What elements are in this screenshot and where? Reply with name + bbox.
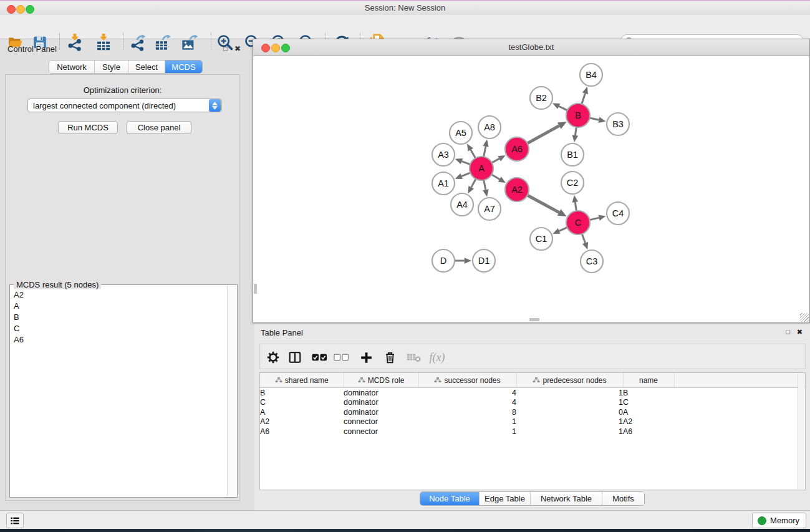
graph-node-label: C3 [586, 256, 598, 266]
tab-network-table[interactable]: Network Table [531, 492, 602, 505]
network-graph[interactable]: AA1A2A3A4A5A6A7A8BB1B2B3B4CC1C2C3C4DD1 [253, 56, 809, 322]
node-table: shared name MCDS role successor nodes pr… [259, 372, 806, 490]
tab-style[interactable]: Style [95, 60, 128, 73]
status-bar: Memory [0, 510, 810, 529]
graph-edge[interactable] [461, 162, 470, 165]
memory-button[interactable]: Memory [752, 513, 806, 528]
main-toolbar: f [0, 15, 810, 39]
network-window-titlebar[interactable]: testGlobe.txt [253, 39, 809, 56]
export-image-icon[interactable] [179, 32, 200, 52]
table-scrollbar[interactable] [798, 374, 804, 489]
edge-arrowhead-icon [598, 215, 605, 220]
graph-edge[interactable] [582, 234, 585, 243]
graph-edge[interactable] [491, 175, 499, 180]
edge-arrowhead-icon [465, 258, 471, 264]
import-table-icon[interactable] [93, 32, 114, 52]
memory-dot-icon [758, 516, 766, 525]
graph-node-label: B1 [567, 150, 578, 160]
graph-edge[interactable] [575, 202, 576, 211]
graph-edge[interactable] [590, 118, 599, 120]
table-panel: Table Panel □ ✖ [254, 324, 810, 510]
graph-edge[interactable] [461, 173, 470, 177]
float-panel-icon[interactable]: □ [223, 45, 228, 53]
table-row[interactable]: Adominator80A [260, 407, 805, 417]
toolbar-separator [123, 33, 123, 50]
graph-edge[interactable] [492, 158, 499, 162]
graph-edge[interactable] [471, 179, 476, 188]
column-header-successor-nodes[interactable]: successor nodes [418, 373, 516, 388]
graph-node-label: B4 [586, 70, 597, 80]
canvas-vscroll-thumb[interactable] [254, 284, 257, 294]
column-header-shared-name[interactable]: shared name [260, 373, 344, 388]
gear-icon[interactable] [264, 349, 282, 365]
mcds-panel: Optimization criterion: largest connecte… [5, 74, 240, 501]
column-header-name[interactable]: name [623, 373, 674, 388]
delete-row-icon[interactable] [381, 349, 398, 365]
toolbar-separator [59, 33, 60, 50]
deselect-all-icon[interactable] [332, 349, 350, 365]
graph-node-label: A2 [511, 185, 523, 195]
export-table-icon[interactable] [152, 32, 173, 52]
graph-edge[interactable] [559, 106, 567, 110]
result-scrollbar[interactable] [227, 286, 236, 496]
tab-network[interactable]: Network [49, 60, 95, 73]
graph-edge[interactable] [589, 218, 599, 220]
memory-label: Memory [770, 516, 799, 525]
table-row[interactable]: Bdominator41B [260, 388, 805, 398]
graph-edge[interactable] [559, 228, 567, 231]
list-icon[interactable] [6, 513, 24, 528]
add-column-icon[interactable] [357, 349, 375, 365]
criterion-selected-value: largest connected component (directed) [28, 101, 209, 110]
graph-edge[interactable] [528, 126, 559, 143]
column-type-icon [358, 377, 365, 384]
tab-motifs[interactable]: Motifs [602, 492, 644, 505]
table-panel-title: Table Panel [261, 328, 303, 337]
network-view-window[interactable]: testGlobe.txt AA1A2A3A4A5A6A7A8BB1B2B3B4… [253, 39, 810, 323]
graph-edge[interactable] [575, 127, 576, 135]
tab-edge-table[interactable]: Edge Table [480, 492, 531, 505]
tab-node-table[interactable]: Node Table [420, 492, 480, 505]
float-panel-icon[interactable]: □ [786, 328, 790, 336]
edge-arrowhead-icon [455, 158, 463, 164]
graph-edge[interactable] [471, 150, 476, 158]
resize-grip[interactable] [800, 313, 809, 322]
result-item[interactable]: A [11, 300, 228, 311]
select-all-icon[interactable] [311, 349, 328, 365]
graph-node-label: C1 [536, 234, 547, 244]
run-mcds-button[interactable]: Run MCDS [58, 121, 118, 134]
graph-edge[interactable] [528, 195, 559, 213]
column-header-predecessor-nodes[interactable]: predecessor nodes [516, 373, 623, 388]
table-row[interactable]: A6connector11A6 [260, 427, 805, 437]
graph-edge[interactable] [484, 147, 486, 157]
delete-table-icon [405, 349, 422, 365]
mcds-result-list: A2ABCA6 [11, 289, 228, 496]
graph-node-label: B2 [536, 93, 547, 103]
column-type-icon [533, 377, 540, 384]
result-item[interactable]: B [11, 311, 228, 322]
criterion-select[interactable]: largest connected component (directed) [27, 99, 222, 112]
result-item[interactable]: A6 [11, 334, 228, 345]
graph-edge[interactable] [582, 94, 586, 104]
export-network-icon[interactable] [127, 32, 148, 52]
close-panel-button[interactable]: Close panel [127, 121, 191, 134]
edge-arrowhead-icon [572, 195, 579, 203]
close-panel-icon[interactable]: ✖ [797, 328, 803, 336]
split-view-icon[interactable] [286, 349, 304, 365]
import-network-icon[interactable] [64, 32, 85, 52]
close-panel-icon[interactable]: ✖ [234, 45, 241, 53]
canvas-hscroll-thumb[interactable] [529, 318, 539, 321]
graph-node-label: C [575, 218, 581, 228]
edge-arrowhead-icon [598, 117, 605, 123]
mcds-result-box: MCDS result (5 nodes) A2ABCA6 [9, 284, 238, 498]
desktop-edge [0, 529, 810, 532]
column-header-mcds-role[interactable]: MCDS role [344, 373, 418, 388]
table-row[interactable]: A2connector11A2 [260, 417, 805, 427]
result-item[interactable]: A2 [11, 289, 228, 300]
main-titlebar[interactable]: Session: New Session [0, 1, 810, 15]
result-item[interactable]: C [11, 322, 228, 334]
graph-edge[interactable] [484, 180, 486, 190]
tab-select[interactable]: Select [128, 60, 165, 73]
network-canvas[interactable]: AA1A2A3A4A5A6A7A8BB1B2B3B4CC1C2C3C4DD1 [253, 56, 809, 322]
table-row[interactable]: Cdominator41C [260, 398, 805, 408]
tab-mcds[interactable]: MCDS [165, 60, 202, 73]
